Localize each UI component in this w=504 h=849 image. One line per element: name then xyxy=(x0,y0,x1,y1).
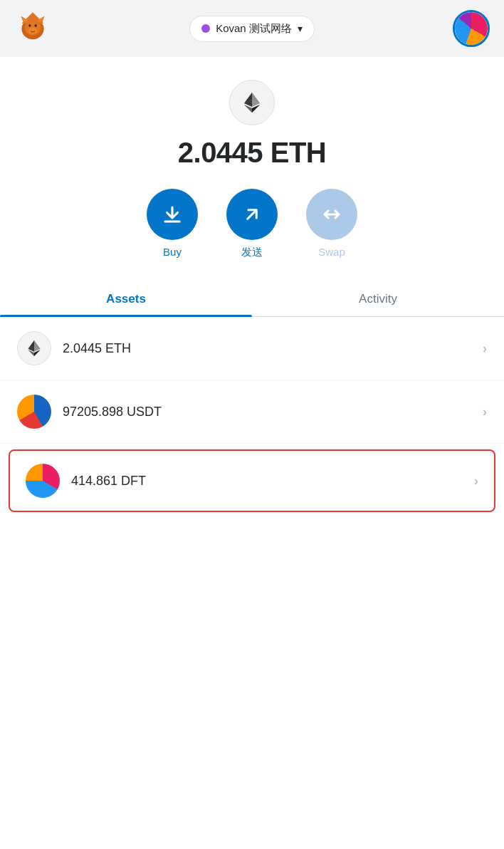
chevron-right-icon: › xyxy=(483,341,487,356)
action-buttons-container: Buy 发送 Swap xyxy=(147,189,357,259)
chevron-right-icon: › xyxy=(483,405,487,420)
account-avatar[interactable] xyxy=(453,10,490,47)
send-button-wrap: 发送 xyxy=(226,189,278,259)
usdt-token-icon xyxy=(17,395,51,429)
chevron-right-icon: › xyxy=(474,474,478,489)
main-content: 2.0445 ETH Buy 发送 xyxy=(0,57,504,849)
buy-button[interactable] xyxy=(147,189,198,240)
dft-balance-asset: 414.861 DFT xyxy=(71,474,474,489)
eth-token-icon xyxy=(17,331,51,365)
chevron-down-icon: ▾ xyxy=(298,23,303,34)
swap-button-wrap: Swap xyxy=(306,189,357,258)
tab-bar: Assets Activity xyxy=(0,282,504,317)
tab-assets[interactable]: Assets xyxy=(0,282,252,316)
buy-button-wrap: Buy xyxy=(147,189,198,258)
eth-logo-icon xyxy=(229,80,275,125)
network-status-dot xyxy=(201,24,210,33)
network-name: Kovan 测试网络 xyxy=(216,22,292,36)
svg-point-10 xyxy=(28,28,37,33)
asset-list: 2.0445 ETH › 97205.898 USDT › 414.861 DF… xyxy=(0,317,504,518)
send-button[interactable] xyxy=(226,189,278,240)
svg-point-4 xyxy=(28,24,31,26)
send-label: 发送 xyxy=(241,246,263,259)
svg-point-5 xyxy=(35,24,37,26)
swap-label: Swap xyxy=(318,246,345,258)
swap-button[interactable] xyxy=(306,189,357,240)
eth-balance: 2.0445 ETH xyxy=(178,137,326,169)
asset-item-eth[interactable]: 2.0445 ETH › xyxy=(0,317,504,380)
tab-activity[interactable]: Activity xyxy=(252,282,504,316)
dft-token-icon xyxy=(26,464,60,498)
eth-balance-asset: 2.0445 ETH xyxy=(63,341,483,356)
asset-item-usdt[interactable]: 97205.898 USDT › xyxy=(0,380,504,444)
buy-label: Buy xyxy=(163,246,182,258)
network-selector[interactable]: Kovan 测试网络 ▾ xyxy=(189,16,315,42)
avatar-image xyxy=(455,12,488,45)
app-header: Kovan 测试网络 ▾ xyxy=(0,0,504,57)
usdt-balance-asset: 97205.898 USDT xyxy=(63,405,483,420)
asset-item-dft[interactable]: 414.861 DFT › xyxy=(9,449,495,512)
metamask-logo xyxy=(14,9,51,48)
